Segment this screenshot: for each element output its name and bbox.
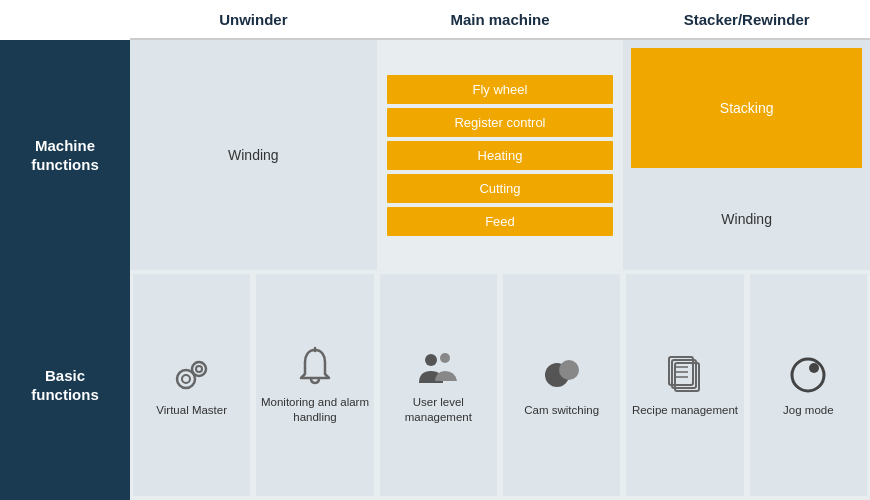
stacker-winding: Winding bbox=[631, 176, 862, 262]
machine-functions-content: Winding Fly wheel Register control Heati… bbox=[130, 40, 870, 270]
func-cutting: Cutting bbox=[387, 174, 614, 203]
virtual-master-icon bbox=[168, 353, 216, 397]
svg-point-1 bbox=[182, 375, 190, 383]
basic-cell-user-level: User level management bbox=[380, 274, 497, 496]
stacker-stacking: Stacking bbox=[631, 48, 862, 168]
svg-point-16 bbox=[809, 363, 819, 373]
user-level-icon bbox=[414, 345, 462, 389]
header-main-machine: Main machine bbox=[377, 0, 624, 40]
basic-cell-recipe: Recipe management bbox=[626, 274, 743, 496]
cam-switching-label: Cam switching bbox=[524, 403, 599, 418]
svg-point-5 bbox=[425, 354, 437, 366]
basic-functions-label: Basicfunctions bbox=[0, 270, 130, 500]
machine-functions-label: Machinefunctions bbox=[0, 40, 130, 270]
main-layout: Unwinder Main machine Stacker/Rewinder M… bbox=[0, 0, 870, 500]
jog-mode-icon bbox=[784, 353, 832, 397]
func-feed: Feed bbox=[387, 207, 614, 236]
jog-mode-label: Jog mode bbox=[783, 403, 834, 418]
header-stacker-rewinder: Stacker/Rewinder bbox=[623, 0, 870, 40]
main-machine-functions: Fly wheel Register control Heating Cutti… bbox=[377, 40, 624, 270]
header-unwinder: Unwinder bbox=[130, 0, 377, 40]
svg-point-2 bbox=[192, 362, 206, 376]
user-level-label: User level management bbox=[384, 395, 493, 425]
recipe-label: Recipe management bbox=[632, 403, 738, 418]
svg-point-15 bbox=[792, 359, 824, 391]
func-fly-wheel: Fly wheel bbox=[387, 75, 614, 104]
basic-cell-cam-switching: Cam switching bbox=[503, 274, 620, 496]
recipe-icon bbox=[661, 353, 709, 397]
basic-functions-content: Virtual Master Monitoring and alarm hand… bbox=[130, 270, 870, 500]
svg-point-3 bbox=[196, 366, 202, 372]
basic-cell-jog-mode: Jog mode bbox=[750, 274, 867, 496]
func-register-control: Register control bbox=[387, 108, 614, 137]
svg-point-8 bbox=[559, 360, 579, 380]
stacker-rewinder-machine: Stacking Winding bbox=[623, 40, 870, 270]
basic-cell-monitoring: Monitoring and alarm handling bbox=[256, 274, 373, 496]
header-columns: Unwinder Main machine Stacker/Rewinder bbox=[130, 0, 870, 40]
monitoring-icon bbox=[291, 345, 339, 389]
virtual-master-label: Virtual Master bbox=[156, 403, 227, 418]
cam-switching-icon bbox=[538, 353, 586, 397]
monitoring-label: Monitoring and alarm handling bbox=[260, 395, 369, 425]
header-empty bbox=[0, 0, 130, 40]
unwinder-winding: Winding bbox=[130, 40, 377, 270]
func-heating: Heating bbox=[387, 141, 614, 170]
basic-cell-virtual-master: Virtual Master bbox=[133, 274, 250, 496]
svg-point-6 bbox=[440, 353, 450, 363]
